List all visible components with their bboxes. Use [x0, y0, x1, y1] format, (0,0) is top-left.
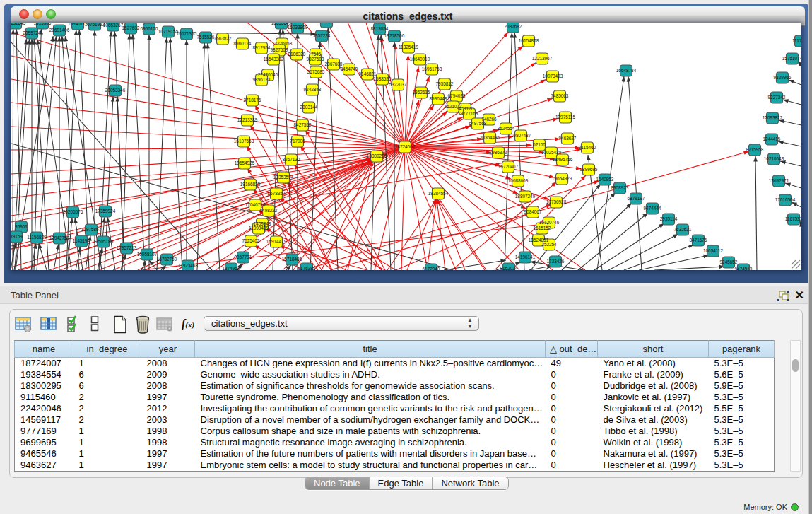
svg-text:10719155: 10719155	[158, 29, 179, 34]
svg-text:16961758: 16961758	[422, 66, 442, 71]
svg-text:1374962: 1374962	[223, 266, 240, 270]
svg-text:10973493: 10973493	[543, 74, 563, 78]
svg-text:9474913: 9474913	[735, 267, 753, 270]
svg-text:16210643: 16210643	[764, 156, 784, 161]
svg-text:7485063: 7485063	[551, 93, 569, 98]
svg-text:11923468: 11923468	[178, 263, 198, 268]
svg-text:22420046: 22420046	[258, 72, 278, 77]
svg-text:9118462: 9118462	[318, 23, 336, 24]
svg-text:8960124: 8960124	[234, 41, 252, 46]
svg-text:16648784: 16648784	[616, 68, 637, 73]
svg-text:9777169: 9777169	[461, 111, 478, 116]
svg-text:8678352: 8678352	[268, 191, 286, 196]
svg-text:6966160: 6966160	[141, 26, 158, 31]
svg-text:12132845: 12132845	[11, 23, 26, 25]
svg-text:3624554: 3624554	[498, 126, 515, 131]
svg-text:19218506: 19218506	[384, 33, 405, 38]
svg-text:12213967: 12213967	[532, 56, 553, 61]
svg-text:10958107: 10958107	[137, 252, 158, 257]
svg-text:1615152: 1615152	[534, 226, 551, 230]
svg-text:8427552: 8427552	[294, 122, 312, 127]
svg-text:2718176: 2718176	[244, 98, 261, 103]
svg-text:17957213: 17957213	[117, 245, 137, 250]
svg-text:16120746: 16120746	[539, 220, 560, 225]
svg-text:1145194: 1145194	[73, 238, 90, 243]
svg-text:7663822: 7663822	[214, 36, 232, 41]
svg-text:9474444: 9474444	[644, 206, 661, 211]
svg-text:10653267: 10653267	[103, 23, 124, 28]
svg-text:9084067: 9084067	[524, 209, 542, 214]
svg-text:12093822: 12093822	[763, 115, 783, 120]
svg-text:8813054: 8813054	[371, 26, 389, 31]
svg-text:10751923: 10751923	[85, 23, 105, 27]
svg-text:2867608: 2867608	[325, 62, 343, 66]
svg-text:9827509: 9827509	[271, 47, 288, 52]
svg-text:3451120: 3451120	[457, 106, 474, 111]
svg-text:2087682: 2087682	[505, 24, 522, 29]
svg-text:7955812: 7955812	[436, 81, 454, 86]
svg-text:6497568: 6497568	[469, 121, 487, 126]
svg-text:1640953: 1640953	[596, 177, 614, 182]
svg-text:10975867: 10975867	[81, 227, 102, 232]
svg-text:1527602: 1527602	[122, 25, 140, 30]
svg-text:6794028: 6794028	[448, 93, 466, 98]
svg-text:16154808: 16154808	[519, 38, 539, 43]
svg-text:15751074: 15751074	[782, 56, 801, 61]
svg-text:3675685: 3675685	[307, 69, 325, 74]
svg-text:10756928: 10756928	[546, 199, 567, 204]
svg-text:17046796: 17046796	[245, 202, 266, 207]
svg-text:9896123: 9896123	[253, 77, 271, 82]
svg-text:9227342: 9227342	[768, 95, 786, 100]
svg-text:9245652: 9245652	[720, 259, 738, 264]
svg-text:8454749: 8454749	[341, 66, 358, 71]
svg-text:39159: 39159	[11, 234, 23, 239]
svg-text:20691406: 20691406	[49, 28, 70, 33]
svg-text:1588520: 1588520	[374, 76, 392, 81]
svg-text:13692971: 13692971	[769, 178, 789, 183]
svg-text:8471676: 8471676	[690, 238, 707, 243]
svg-text:11099489: 11099489	[249, 226, 269, 230]
svg-text:9146821: 9146821	[359, 71, 377, 76]
svg-text:16671355: 16671355	[177, 31, 197, 36]
svg-text:7632621: 7632621	[674, 227, 692, 232]
svg-text:95901: 95901	[15, 224, 28, 229]
svg-text:2055724: 2055724	[23, 30, 41, 35]
svg-text:16107553: 16107553	[234, 139, 254, 144]
svg-text:9857791: 9857791	[235, 255, 252, 259]
svg-text:18300295: 18300295	[367, 153, 387, 158]
svg-text:20364436: 20364436	[480, 135, 500, 140]
svg-text:11325419: 11325419	[399, 45, 418, 49]
svg-text:16543382: 16543382	[264, 57, 284, 62]
svg-text:1244415: 1244415	[763, 136, 781, 141]
svg-text:15720407: 15720407	[498, 164, 519, 169]
svg-text:18807249: 18807249	[515, 194, 536, 199]
svg-text:9463627: 9463627	[559, 136, 577, 141]
svg-text:7986372: 7986372	[490, 150, 507, 155]
svg-text:8990448: 8990448	[430, 96, 447, 101]
svg-text:8958923: 8958923	[611, 185, 629, 190]
svg-text:9176385: 9176385	[298, 266, 316, 270]
svg-text:19166825: 19166825	[240, 182, 261, 187]
svg-text:1362615: 1362615	[413, 90, 430, 95]
svg-text:9329966: 9329966	[774, 75, 792, 80]
svg-text:17359924: 17359924	[95, 209, 116, 214]
svg-text:18495756: 18495756	[553, 157, 573, 162]
svg-text:3498222: 3498222	[260, 208, 278, 213]
svg-text:18640910: 18640910	[410, 57, 430, 62]
svg-text:10688609: 10688609	[508, 178, 529, 183]
svg-text:19384554: 19384554	[428, 191, 449, 196]
svg-text:12975115: 12975115	[555, 115, 575, 119]
svg-text:6879197: 6879197	[628, 196, 645, 201]
svg-text:9242848: 9242848	[304, 87, 322, 92]
svg-text:1819305: 1819305	[34, 23, 52, 25]
svg-text:2803144: 2803144	[300, 105, 318, 110]
svg-text:16914479: 16914479	[266, 239, 287, 244]
svg-text:8912954: 8912954	[253, 45, 271, 50]
svg-text:5322037: 5322037	[389, 82, 407, 87]
svg-text:9162034: 9162034	[500, 266, 518, 270]
svg-text:20206576: 20206576	[63, 209, 83, 214]
svg-text:9115460: 9115460	[579, 145, 596, 150]
svg-text:717006: 717006	[290, 139, 305, 144]
svg-text:9899695: 9899695	[580, 167, 598, 172]
svg-text:10807487: 10807487	[511, 133, 531, 138]
